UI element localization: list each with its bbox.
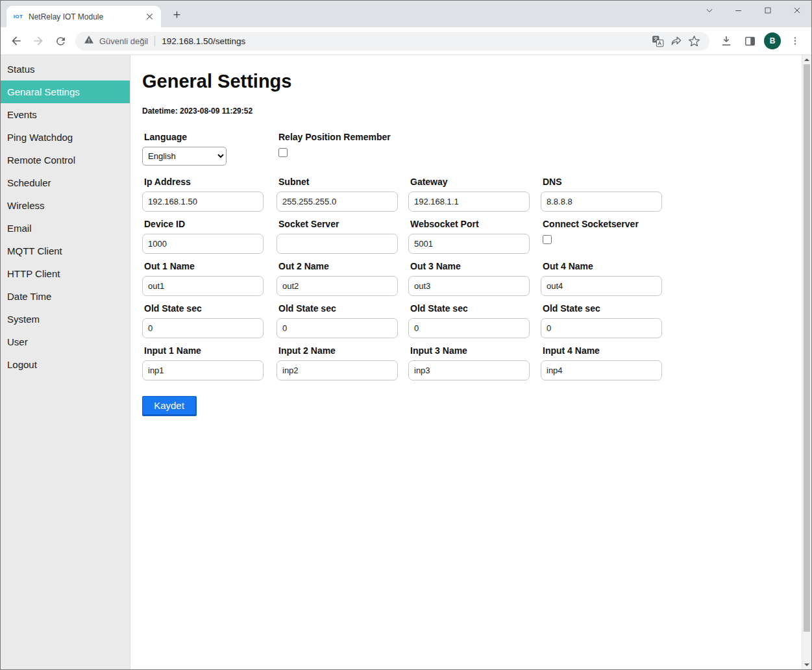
sidebar-item-scheduler[interactable]: Scheduler (1, 171, 130, 194)
old-state-sec-4-field: Old State sec (541, 304, 802, 338)
sidebar-item-events[interactable]: Events (1, 103, 130, 126)
sidebar-item-system[interactable]: System (1, 308, 130, 330)
out2-name-field: Out 2 Name (277, 262, 408, 296)
forward-icon[interactable] (28, 31, 49, 51)
chevron-down-icon[interactable] (695, 1, 724, 20)
sidebar-item-email[interactable]: Email (1, 217, 130, 240)
connect-socketserver-label: Connect Socketserver (543, 219, 802, 229)
relay-remember-checkbox[interactable] (278, 148, 288, 157)
settings-panel: General Settings Datetime: 2023-08-09 11… (130, 55, 802, 669)
input1-name-input[interactable] (142, 360, 264, 380)
input2-name-label: Input 2 Name (278, 346, 408, 356)
device-id-field: Device ID (142, 219, 277, 254)
input2-name-input[interactable] (277, 360, 398, 380)
scrollbar-thumb[interactable] (804, 64, 810, 632)
input3-name-input[interactable] (408, 360, 530, 380)
sidebar-item-logout[interactable]: Logout (1, 353, 130, 376)
dns-input[interactable] (541, 192, 662, 212)
out4-name-label: Out 4 Name (543, 262, 802, 271)
ip-address-input[interactable] (142, 192, 264, 212)
device-id-label: Device ID (144, 219, 277, 229)
old-state-sec-3-input[interactable] (408, 318, 530, 338)
input4-name-field: Input 4 Name (541, 346, 802, 380)
gateway-label: Gateway (410, 177, 541, 187)
websocket-port-field: Websocket Port (408, 219, 541, 254)
back-icon[interactable] (6, 31, 27, 51)
sidebar-item-status[interactable]: Status (1, 58, 130, 81)
url-text[interactable]: 192.168.1.50/settings (162, 36, 648, 46)
old-state-sec-2-label: Old State sec (278, 304, 408, 314)
out2-name-input[interactable] (277, 276, 398, 296)
relay-remember-label: Relay Position Remember (278, 132, 541, 142)
subnet-input[interactable] (277, 192, 398, 212)
site-favicon-icon: IOT (13, 14, 23, 19)
tab-strip: IOT NetRelay IOT Module (1, 1, 811, 27)
out1-name-input[interactable] (142, 276, 264, 296)
scroll-up-icon[interactable] (802, 55, 811, 64)
input4-name-input[interactable] (541, 360, 662, 380)
save-button[interactable]: Kaydet (142, 396, 197, 416)
gateway-input[interactable] (408, 192, 530, 212)
translate-icon[interactable] (648, 32, 667, 50)
input2-name-field: Input 2 Name (277, 346, 408, 380)
bookmark-star-icon[interactable] (685, 32, 703, 50)
profile-avatar[interactable]: B (764, 32, 781, 49)
kebab-menu-icon[interactable] (785, 31, 805, 51)
share-icon[interactable] (667, 32, 685, 50)
dns-field: DNS (541, 177, 802, 212)
connect-socketserver-field: Connect Socketserver (541, 219, 802, 254)
old-state-sec-3-label: Old State sec (410, 304, 541, 314)
plus-icon (172, 10, 182, 22)
websocket-port-input[interactable] (408, 234, 530, 254)
datetime-text: Datetime: 2023-08-09 11:29:52 (142, 106, 802, 116)
device-id-input[interactable] (142, 234, 264, 254)
tab-close-icon[interactable] (144, 11, 155, 22)
security-chip[interactable]: Güvenli değil (84, 34, 148, 47)
page-content: Status Genaral Settings Events Ping Watc… (1, 55, 811, 669)
old-state-sec-4-input[interactable] (541, 318, 662, 338)
triangle-down-icon (804, 664, 809, 666)
out3-name-input[interactable] (408, 276, 530, 296)
socket-server-field: Socket Server (277, 219, 408, 254)
sidebar-item-mqtt-client[interactable]: MQTT Client (1, 240, 130, 262)
ip-address-label: Ip Address (144, 177, 277, 187)
language-label: Language (144, 132, 277, 142)
new-tab-button[interactable] (167, 6, 186, 25)
close-icon[interactable] (782, 1, 811, 20)
page-title: General Settings (142, 71, 802, 92)
old-state-sec-2-input[interactable] (277, 318, 398, 338)
sidebar-item-wireless[interactable]: Wireless (1, 194, 130, 217)
browser-tab[interactable]: IOT NetRelay IOT Module (6, 6, 161, 27)
sidebar-item-remote-control[interactable]: Remote Control (1, 149, 130, 171)
tab-title: NetRelay IOT Module (29, 12, 139, 21)
language-select[interactable]: English (142, 147, 227, 166)
relay-remember-field: Relay Position Remember (277, 132, 541, 166)
maximize-icon[interactable] (753, 1, 782, 20)
sidebar-item-ping-watchdog[interactable]: Ping Watchdog (1, 126, 130, 149)
side-panel-icon[interactable] (740, 31, 759, 51)
minimize-icon[interactable] (724, 1, 753, 20)
old-state-sec-3-field: Old State sec (408, 304, 541, 338)
scroll-down-icon[interactable] (802, 660, 811, 669)
sidebar-item-date-time[interactable]: Date Time (1, 285, 130, 308)
old-state-sec-1-input[interactable] (142, 318, 264, 338)
address-divider (154, 36, 155, 46)
sidebar-item-general-settings[interactable]: Genaral Settings (1, 81, 130, 103)
address-bar[interactable]: Güvenli değil 192.168.1.50/settings (75, 32, 709, 51)
security-label: Güvenli değil (99, 36, 148, 46)
input1-name-label: Input 1 Name (144, 346, 277, 356)
sidebar-item-http-client[interactable]: HTTP Client (1, 262, 130, 285)
out4-name-input[interactable] (541, 276, 662, 296)
sidebar-item-user[interactable]: User (1, 330, 130, 353)
gateway-field: Gateway (408, 177, 541, 212)
socket-server-input[interactable] (277, 234, 398, 254)
input4-name-label: Input 4 Name (543, 346, 802, 356)
download-icon[interactable] (717, 31, 736, 51)
warning-icon (84, 34, 94, 47)
socket-server-label: Socket Server (278, 219, 408, 229)
subnet-field: Subnet (277, 177, 408, 212)
connect-socketserver-checkbox[interactable] (543, 235, 552, 244)
scrollbar[interactable] (802, 55, 811, 669)
subnet-label: Subnet (278, 177, 408, 187)
refresh-icon[interactable] (50, 31, 71, 51)
